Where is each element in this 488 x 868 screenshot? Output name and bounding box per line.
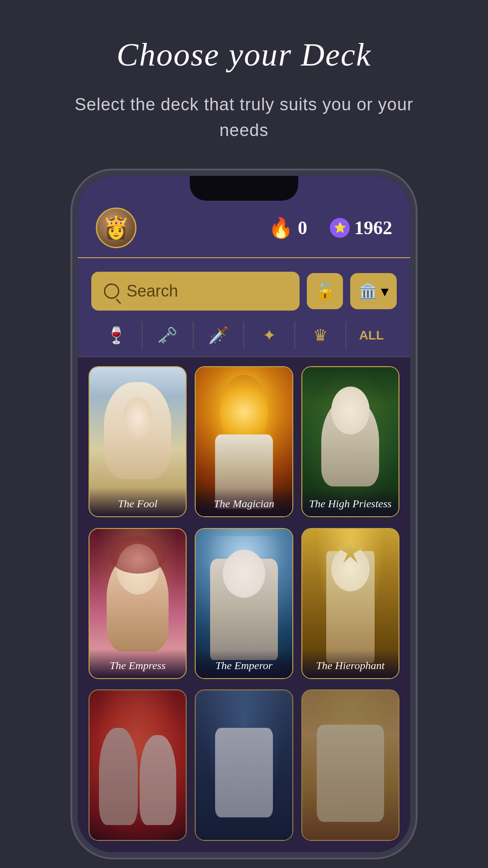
phone-frame: 👸 🔥 0 ⭐ 1962 Search [72, 170, 416, 858]
lock-button[interactable]: 🔓 [307, 273, 343, 309]
avatar[interactable]: 👸 [96, 208, 136, 248]
filter-tab-pentacles[interactable]: ✦ [244, 321, 295, 349]
flame-icon: 🔥 [268, 216, 293, 240]
card-priestess-label: The High Priestess [302, 488, 399, 516]
search-placeholder: Search [127, 282, 178, 301]
search-icon [104, 283, 119, 299]
filter-tab-cups[interactable]: 🍷 [91, 321, 142, 349]
filter-button[interactable]: 🏛️ ▾ [350, 273, 397, 309]
card-magician[interactable]: The Magician [195, 366, 293, 517]
flame-stat: 🔥 0 [268, 216, 307, 240]
card-magician-label: The Magician [196, 488, 292, 516]
star-count: 1962 [354, 217, 392, 239]
star-stat: ⭐ 1962 [330, 217, 392, 239]
lock-icon: 🔓 [315, 282, 335, 301]
app-content: 👸 🔥 0 ⭐ 1962 Search [78, 176, 410, 852]
filter-icon: 🏛️ [358, 282, 377, 300]
card-lovers-image [89, 690, 186, 840]
search-area: Search 🔓 🏛️ ▾ [78, 258, 410, 311]
card-strength[interactable] [301, 689, 399, 840]
filter-tabs: 🍷 🗝️ 🗡️ ✦ ♛ ALL [78, 311, 410, 357]
card-emperor[interactable]: The Emperor [195, 528, 293, 679]
card-high-priestess[interactable]: The High Priestess [301, 366, 399, 517]
page-subtitle: Select the deck that truly suits you or … [63, 92, 425, 143]
card-emperor-label: The Emperor [196, 650, 292, 678]
card-empress-label: The Empress [89, 650, 186, 678]
card-chariot[interactable] [195, 689, 293, 840]
star-badge-icon: ⭐ [330, 218, 350, 238]
search-row: Search 🔓 🏛️ ▾ [91, 272, 397, 311]
filter-tab-swords[interactable]: 🗡️ [193, 321, 244, 349]
card-strength-image [302, 690, 399, 840]
card-chariot-image [196, 690, 292, 840]
filter-tab-keys[interactable]: 🗝️ [142, 321, 193, 349]
card-fool[interactable]: The Fool [89, 366, 187, 517]
search-box[interactable]: Search [91, 272, 300, 311]
card-hierophant-label: The Hierophant [302, 650, 399, 678]
card-fool-label: The Fool [89, 488, 186, 516]
card-empress[interactable]: The Empress [89, 528, 187, 679]
phone-notch [190, 176, 298, 201]
flame-count: 0 [298, 217, 307, 239]
chevron-down-icon: ▾ [381, 282, 389, 300]
page-title: Choose your Deck [117, 36, 371, 74]
filter-tab-wands[interactable]: ♛ [295, 321, 346, 349]
card-lovers[interactable] [89, 689, 187, 840]
filter-tab-all[interactable]: ALL [346, 324, 397, 347]
card-hierophant[interactable]: The Hierophant [301, 528, 399, 679]
cards-grid: The Fool The Magician The H [78, 357, 410, 852]
header-stats: 🔥 0 ⭐ 1962 [268, 216, 392, 240]
